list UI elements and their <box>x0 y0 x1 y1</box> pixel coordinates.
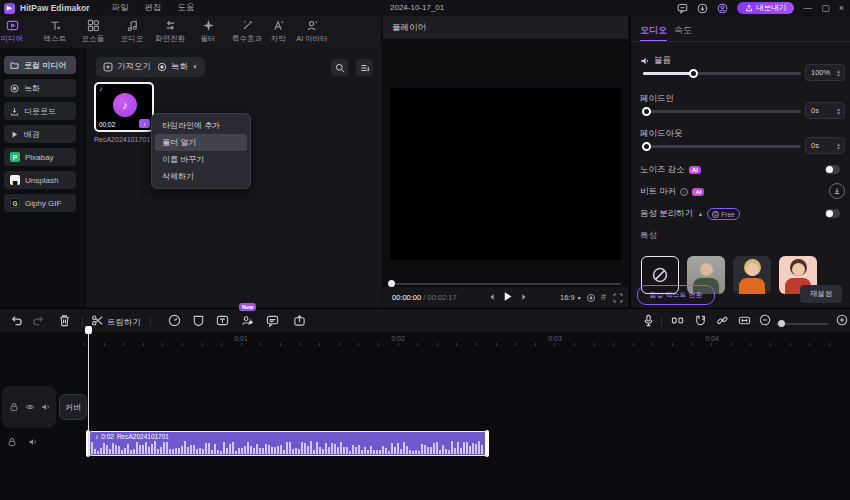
timeline-zoom-slider[interactable] <box>776 323 828 325</box>
fullscreen-icon[interactable] <box>613 293 623 303</box>
sidebar-item-background[interactable]: 배경 <box>4 125 76 143</box>
menu-rename[interactable]: 이름 바꾸기 <box>155 151 247 168</box>
feedback-icon[interactable] <box>677 3 688 14</box>
voice-separate-toggle[interactable] <box>825 209 840 218</box>
fadein-slider[interactable] <box>643 110 801 113</box>
menu-open-folder[interactable]: 폴더 열기 <box>155 134 247 151</box>
export-frame-icon[interactable] <box>293 314 306 327</box>
playhead-handle[interactable] <box>85 326 92 334</box>
stepper-down-icon[interactable]: ▼ <box>836 73 841 77</box>
tab-subtitles[interactable]: 자막 <box>259 19 297 44</box>
auto-ripple-icon[interactable] <box>671 314 684 327</box>
add-to-timeline-badge[interactable]: ♪ <box>139 119 150 128</box>
zoom-out-icon[interactable] <box>759 314 771 326</box>
stepper-down-icon[interactable]: ▼ <box>836 146 841 150</box>
menu-add-to-timeline[interactable]: 타임라인에 추가 <box>155 117 247 134</box>
snapshot-icon[interactable] <box>586 293 596 303</box>
menu-file[interactable]: 파일 <box>103 2 136 14</box>
cover-button[interactable]: 커버 <box>59 394 87 420</box>
sidebar-item-download[interactable]: 다운로드 <box>4 102 76 120</box>
download-update-icon[interactable] <box>697 3 708 14</box>
menu-help[interactable]: 도움 <box>169 2 202 14</box>
import-button[interactable]: 가져오기 <box>96 57 158 77</box>
media-clip-card[interactable]: ♪ ♪ 00:02 ♪ <box>94 82 154 132</box>
caption-icon[interactable] <box>266 314 279 327</box>
split-label[interactable]: 트림하기 <box>107 317 141 329</box>
magnet-icon[interactable] <box>694 314 707 327</box>
search-button[interactable] <box>331 59 348 76</box>
lock-icon[interactable] <box>7 437 17 447</box>
sidebar-item-local-media[interactable]: 로컬 미디어 <box>4 56 76 74</box>
prev-frame-button[interactable] <box>488 293 496 301</box>
timeline-zoom-knob[interactable] <box>778 320 785 327</box>
fadein-value-box[interactable]: 0s ▲▼ <box>805 102 845 119</box>
preset-woman[interactable] <box>733 256 771 294</box>
tab-speed-props[interactable]: 속도 <box>674 24 692 37</box>
user-avatar[interactable] <box>717 3 728 14</box>
delete-icon[interactable] <box>58 314 71 327</box>
playhead[interactable] <box>88 332 89 456</box>
info-icon: i <box>680 188 688 196</box>
lock-icon[interactable] <box>9 402 19 412</box>
fadeout-slider[interactable] <box>643 145 801 148</box>
text-template-icon[interactable] <box>216 314 229 327</box>
fit-timeline-icon[interactable] <box>738 314 751 327</box>
video-preview[interactable] <box>390 88 621 260</box>
volume-value-box[interactable]: 100% ▲▼ <box>805 64 845 81</box>
export-button[interactable]: 내보내기 <box>737 2 794 14</box>
sidebar-item-unsplash[interactable]: ▄ Unsplash <box>4 171 76 189</box>
tab-ai-avatar[interactable]: AI 아바타 <box>293 19 331 44</box>
tab-elements[interactable]: 요소들 <box>74 19 112 44</box>
tab-text[interactable]: 텍스트 <box>36 19 74 44</box>
timeline-audio-clip[interactable]: ♪ 0:02 RecA2024101701 <box>88 431 488 456</box>
next-frame-button[interactable] <box>520 293 528 301</box>
reset-button[interactable]: 재설정 <box>800 285 842 303</box>
mic-icon[interactable] <box>642 314 655 327</box>
minimize-button[interactable]: — <box>803 0 812 16</box>
maximize-button[interactable]: ▢ <box>821 0 830 16</box>
transitions-icon <box>164 19 177 32</box>
zoom-in-icon[interactable] <box>836 314 848 326</box>
menu-edit[interactable]: 편집 <box>136 2 169 14</box>
speech-to-text-button[interactable]: 음성 텍스트 변환 <box>637 285 715 305</box>
close-button[interactable]: × <box>839 0 844 16</box>
mute-speaker-icon[interactable] <box>28 437 38 447</box>
timeline-ruler[interactable] <box>84 343 844 346</box>
hide-eye-icon[interactable] <box>25 402 35 412</box>
volume-slider[interactable] <box>643 72 801 75</box>
undo-icon[interactable] <box>10 314 23 327</box>
fadeout-value-box[interactable]: 0s ▲▼ <box>805 137 845 154</box>
media-icon <box>6 19 19 32</box>
clip-right-handle[interactable] <box>485 430 489 457</box>
tab-media[interactable]: 미디어 <box>0 19 31 44</box>
ai-badge: AI <box>692 188 704 196</box>
tab-audio[interactable]: 오디오 <box>113 19 151 44</box>
properties-panel: 오디오 속도 볼륨 100% ▲▼ 페이드인 0s ▲▼ 페이드아웃 0s ▲▼ <box>630 16 850 308</box>
stepper-down-icon[interactable]: ▼ <box>836 111 841 115</box>
aspect-ratio-selector[interactable]: 16:9 ▼ <box>560 293 582 302</box>
mask-icon[interactable] <box>192 314 205 327</box>
tab-audio-props[interactable]: 오디오 <box>640 24 667 42</box>
collapse-icon[interactable]: ▲ <box>697 211 703 217</box>
speed-icon[interactable] <box>168 314 181 327</box>
tab-filters[interactable]: 필터 <box>189 19 227 44</box>
menu-delete[interactable]: 삭제하기 <box>155 168 247 185</box>
sidebar-item-pixabay[interactable]: P Pixabay <box>4 148 76 166</box>
sidebar-item-giphy[interactable]: G Giphy GIF <box>4 194 76 212</box>
beat-marker-download-button[interactable] <box>829 183 845 199</box>
sidebar-item-record[interactable]: 녹화 <box>4 79 76 97</box>
ai-voice-icon[interactable] <box>241 314 254 327</box>
seekbar-knob[interactable] <box>388 280 395 287</box>
grid-icon[interactable]: # <box>601 292 606 302</box>
sort-list-button[interactable] <box>356 59 373 76</box>
ribbon-tabbar: 미디어 텍스트 요소들 오디오 화면전환 필터 특수효과 자막 <box>0 16 381 49</box>
link-icon[interactable] <box>716 314 729 327</box>
scissors-icon[interactable] <box>91 314 104 327</box>
redo-icon[interactable] <box>32 314 45 327</box>
player-seekbar[interactable] <box>390 283 621 285</box>
noise-reduction-toggle[interactable] <box>825 165 840 174</box>
play-button[interactable] <box>502 291 513 302</box>
mute-speaker-icon[interactable] <box>41 402 51 412</box>
record-dropdown-button[interactable]: 녹화 ▼ <box>150 57 205 77</box>
tab-transitions[interactable]: 화면전환 <box>151 19 189 44</box>
